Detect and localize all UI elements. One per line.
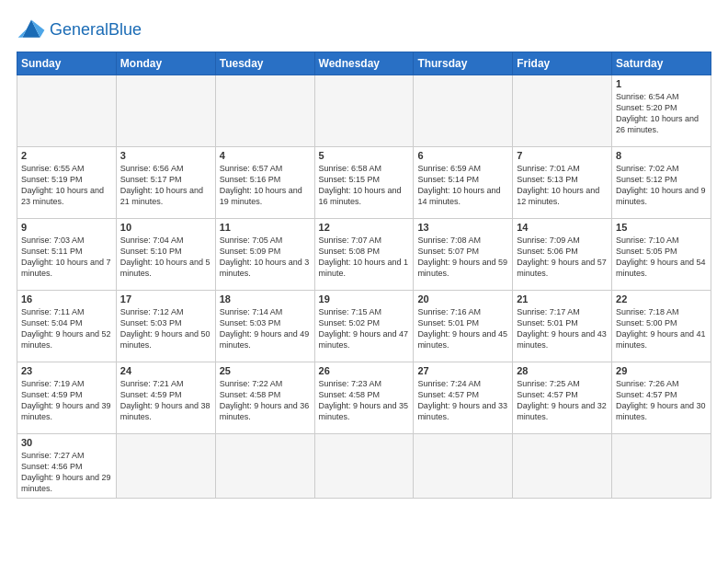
day-info: Sunrise: 7:27 AMSunset: 4:56 PMDaylight:…	[21, 450, 112, 495]
day-info: Sunrise: 7:16 AMSunset: 5:01 PMDaylight:…	[417, 306, 508, 351]
calendar-cell-3-6: 22Sunrise: 7:18 AMSunset: 5:00 PMDayligh…	[612, 291, 711, 362]
col-tuesday: Tuesday	[215, 52, 314, 75]
day-number: 19	[319, 293, 410, 304]
col-friday: Friday	[513, 52, 612, 75]
day-number: 3	[120, 150, 211, 161]
calendar-cell-3-3: 19Sunrise: 7:15 AMSunset: 5:02 PMDayligh…	[314, 291, 414, 362]
day-info: Sunrise: 7:03 AMSunset: 5:11 PMDaylight:…	[21, 235, 112, 280]
calendar-cell-5-2	[215, 434, 314, 499]
calendar-cell-2-6: 15Sunrise: 7:10 AMSunset: 5:05 PMDayligh…	[612, 219, 711, 291]
calendar-cell-0-2	[215, 75, 314, 147]
calendar-cell-2-3: 12Sunrise: 7:07 AMSunset: 5:08 PMDayligh…	[314, 219, 414, 291]
logo: GeneralBlue	[17, 17, 142, 42]
day-number: 9	[21, 222, 112, 233]
day-info: Sunrise: 7:08 AMSunset: 5:07 PMDaylight:…	[417, 235, 508, 280]
calendar-cell-5-3	[314, 434, 414, 499]
day-info: Sunrise: 7:25 AMSunset: 4:57 PMDaylight:…	[517, 378, 608, 423]
calendar-cell-5-1	[116, 434, 215, 499]
day-info: Sunrise: 6:56 AMSunset: 5:17 PMDaylight:…	[120, 163, 211, 208]
day-info: Sunrise: 7:19 AMSunset: 4:59 PMDaylight:…	[21, 378, 112, 423]
calendar-cell-3-4: 20Sunrise: 7:16 AMSunset: 5:01 PMDayligh…	[414, 291, 513, 362]
day-info: Sunrise: 7:04 AMSunset: 5:10 PMDaylight:…	[120, 235, 211, 280]
calendar-cell-5-5	[513, 434, 612, 499]
day-info: Sunrise: 7:15 AMSunset: 5:02 PMDaylight:…	[319, 306, 410, 351]
calendar-cell-1-1: 3Sunrise: 6:56 AMSunset: 5:17 PMDaylight…	[116, 147, 215, 219]
calendar-cell-2-5: 14Sunrise: 7:09 AMSunset: 5:06 PMDayligh…	[513, 219, 612, 291]
day-number: 18	[220, 293, 311, 304]
day-number: 7	[517, 150, 608, 161]
calendar-cell-2-4: 13Sunrise: 7:08 AMSunset: 5:07 PMDayligh…	[414, 219, 513, 291]
calendar-week-2: 9Sunrise: 7:03 AMSunset: 5:11 PMDaylight…	[17, 219, 711, 291]
day-number: 24	[120, 365, 211, 376]
day-info: Sunrise: 7:22 AMSunset: 4:58 PMDaylight:…	[220, 378, 311, 423]
day-info: Sunrise: 7:05 AMSunset: 5:09 PMDaylight:…	[220, 235, 311, 280]
calendar-cell-0-1	[116, 75, 215, 147]
calendar-cell-2-2: 11Sunrise: 7:05 AMSunset: 5:09 PMDayligh…	[215, 219, 314, 291]
day-info: Sunrise: 7:12 AMSunset: 5:03 PMDaylight:…	[120, 306, 211, 351]
day-number: 28	[517, 365, 608, 376]
calendar-cell-1-2: 4Sunrise: 6:57 AMSunset: 5:16 PMDaylight…	[215, 147, 314, 219]
day-info: Sunrise: 6:59 AMSunset: 5:14 PMDaylight:…	[417, 163, 508, 208]
logo-text: GeneralBlue	[50, 21, 142, 38]
calendar-cell-4-3: 26Sunrise: 7:23 AMSunset: 4:58 PMDayligh…	[314, 362, 414, 434]
day-number: 29	[616, 365, 707, 376]
calendar-cell-4-4: 27Sunrise: 7:24 AMSunset: 4:57 PMDayligh…	[414, 362, 513, 434]
calendar-cell-4-5: 28Sunrise: 7:25 AMSunset: 4:57 PMDayligh…	[513, 362, 612, 434]
day-info: Sunrise: 6:55 AMSunset: 5:19 PMDaylight:…	[21, 163, 112, 208]
day-number: 15	[616, 222, 707, 233]
calendar-cell-0-4	[414, 75, 513, 147]
day-number: 17	[120, 293, 211, 304]
calendar-cell-1-0: 2Sunrise: 6:55 AMSunset: 5:19 PMDaylight…	[17, 147, 117, 219]
calendar-cell-1-5: 7Sunrise: 7:01 AMSunset: 5:13 PMDaylight…	[513, 147, 612, 219]
calendar-cell-3-5: 21Sunrise: 7:17 AMSunset: 5:01 PMDayligh…	[513, 291, 612, 362]
page: GeneralBlue Sunday Monday Tuesday Wednes…	[0, 0, 728, 563]
calendar-cell-3-1: 17Sunrise: 7:12 AMSunset: 5:03 PMDayligh…	[116, 291, 215, 362]
day-info: Sunrise: 7:26 AMSunset: 4:57 PMDaylight:…	[616, 378, 707, 423]
calendar-table: Sunday Monday Tuesday Wednesday Thursday…	[17, 52, 711, 499]
day-number: 25	[220, 365, 311, 376]
day-number: 30	[21, 437, 112, 448]
calendar-cell-0-6: 1Sunrise: 6:54 AMSunset: 5:20 PMDaylight…	[612, 75, 711, 147]
day-info: Sunrise: 6:57 AMSunset: 5:16 PMDaylight:…	[220, 163, 311, 208]
day-number: 1	[616, 78, 707, 89]
calendar-cell-4-2: 25Sunrise: 7:22 AMSunset: 4:58 PMDayligh…	[215, 362, 314, 434]
day-number: 14	[517, 222, 608, 233]
day-number: 13	[417, 222, 508, 233]
calendar-cell-5-4	[414, 434, 513, 499]
calendar-cell-0-5	[513, 75, 612, 147]
day-number: 11	[220, 222, 311, 233]
day-number: 6	[417, 150, 508, 161]
calendar-week-0: 1Sunrise: 6:54 AMSunset: 5:20 PMDaylight…	[17, 75, 711, 147]
col-monday: Monday	[116, 52, 215, 75]
calendar-cell-4-1: 24Sunrise: 7:21 AMSunset: 4:59 PMDayligh…	[116, 362, 215, 434]
calendar-week-3: 16Sunrise: 7:11 AMSunset: 5:04 PMDayligh…	[17, 291, 711, 362]
calendar-cell-0-3	[314, 75, 414, 147]
logo-icon	[17, 17, 46, 42]
calendar-week-5: 30Sunrise: 7:27 AMSunset: 4:56 PMDayligh…	[17, 434, 711, 499]
day-number: 2	[21, 150, 112, 161]
calendar-cell-1-3: 5Sunrise: 6:58 AMSunset: 5:15 PMDaylight…	[314, 147, 414, 219]
header-row: Sunday Monday Tuesday Wednesday Thursday…	[17, 52, 711, 75]
calendar-cell-1-6: 8Sunrise: 7:02 AMSunset: 5:12 PMDaylight…	[612, 147, 711, 219]
calendar-cell-0-0	[17, 75, 117, 147]
header: GeneralBlue	[17, 17, 711, 42]
day-info: Sunrise: 7:07 AMSunset: 5:08 PMDaylight:…	[319, 235, 410, 280]
day-number: 16	[21, 293, 112, 304]
col-sunday: Sunday	[17, 52, 117, 75]
calendar-cell-4-0: 23Sunrise: 7:19 AMSunset: 4:59 PMDayligh…	[17, 362, 117, 434]
day-info: Sunrise: 7:18 AMSunset: 5:00 PMDaylight:…	[616, 306, 707, 351]
calendar-body: 1Sunrise: 6:54 AMSunset: 5:20 PMDaylight…	[17, 75, 711, 499]
calendar-week-1: 2Sunrise: 6:55 AMSunset: 5:19 PMDaylight…	[17, 147, 711, 219]
calendar-cell-4-6: 29Sunrise: 7:26 AMSunset: 4:57 PMDayligh…	[612, 362, 711, 434]
col-saturday: Saturday	[612, 52, 711, 75]
day-info: Sunrise: 7:21 AMSunset: 4:59 PMDaylight:…	[120, 378, 211, 423]
calendar-cell-2-1: 10Sunrise: 7:04 AMSunset: 5:10 PMDayligh…	[116, 219, 215, 291]
day-number: 23	[21, 365, 112, 376]
day-number: 21	[517, 293, 608, 304]
day-number: 4	[220, 150, 311, 161]
day-info: Sunrise: 7:17 AMSunset: 5:01 PMDaylight:…	[517, 306, 608, 351]
day-info: Sunrise: 7:10 AMSunset: 5:05 PMDaylight:…	[616, 235, 707, 280]
day-info: Sunrise: 6:54 AMSunset: 5:20 PMDaylight:…	[616, 91, 707, 136]
day-number: 20	[417, 293, 508, 304]
day-info: Sunrise: 7:14 AMSunset: 5:03 PMDaylight:…	[220, 306, 311, 351]
